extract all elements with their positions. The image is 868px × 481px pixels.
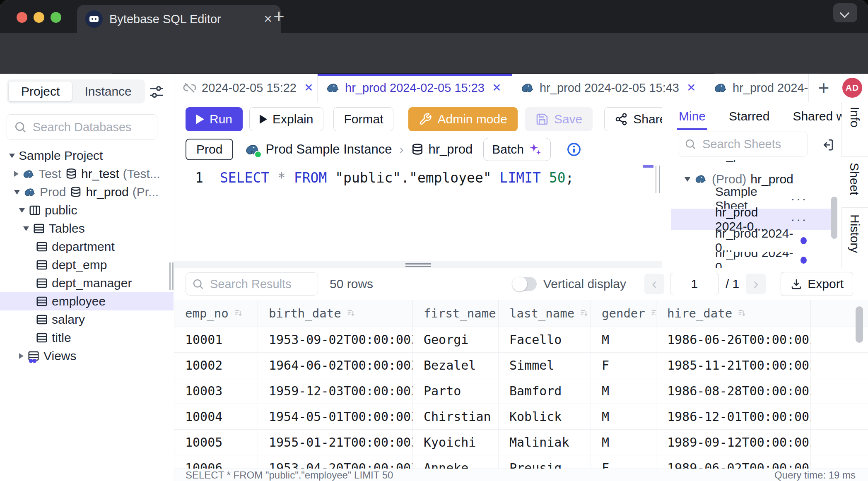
- sql-token: LIMIT: [500, 170, 541, 186]
- right-panel-resize-handle[interactable]: [656, 166, 660, 193]
- prev-page-button[interactable]: ‹: [644, 274, 664, 294]
- table-row[interactable]: 100061953-04-20T00:00:00ZAnnekePreusigF1…: [174, 455, 868, 469]
- caret-down-icon[interactable]: [19, 208, 25, 213]
- avatar[interactable]: AD: [842, 78, 862, 98]
- sheet-menu-icon[interactable]: ···: [791, 191, 808, 207]
- close-tab-icon[interactable]: ✕: [687, 81, 696, 94]
- tab-mine[interactable]: Mine: [679, 109, 706, 123]
- tree-item-project[interactable]: Sample Project: [0, 147, 174, 165]
- minimize-window-button[interactable]: [34, 12, 44, 23]
- format-button[interactable]: Format: [333, 107, 393, 131]
- save-button[interactable]: Save: [525, 107, 593, 131]
- sidebar-table-employee[interactable]: employee: [0, 292, 174, 310]
- results-scrollbar[interactable]: [856, 306, 863, 343]
- sidebar-table-title[interactable]: title: [0, 329, 174, 347]
- column-header-last_name[interactable]: last_name: [499, 300, 591, 327]
- project-label: Sample Project: [19, 149, 103, 163]
- ruler-mark: [643, 165, 653, 168]
- tree-item-db-test[interactable]: Test hr_test (Test...: [0, 165, 174, 183]
- sidebar-table-dept_manager[interactable]: dept_manager: [0, 274, 174, 292]
- sql-editor[interactable]: 1 SELECT * FROM "public"."employee" LIMI…: [174, 162, 662, 261]
- caret-right-icon[interactable]: [14, 171, 19, 177]
- admin-mode-button[interactable]: Admin mode: [408, 107, 517, 131]
- close-tab-icon[interactable]: ✕: [492, 81, 502, 94]
- results-divider[interactable]: [174, 261, 662, 268]
- caret-down-icon[interactable]: [9, 154, 15, 158]
- table-row[interactable]: 100011953-09-02T00:00:00ZGeorgiFacelloM1…: [174, 327, 868, 353]
- sheet-menu-icon[interactable]: ···: [791, 212, 808, 227]
- sheet-search-input[interactable]: [702, 137, 802, 152]
- new-browser-tab-button[interactable]: +: [273, 7, 285, 26]
- table-row[interactable]: 100031959-12-03T00:00:00ZPartoBamfordM19…: [174, 378, 868, 404]
- filter-settings-icon[interactable]: [148, 84, 165, 100]
- caret-down-icon[interactable]: [23, 226, 29, 231]
- sidebar-resize-handle[interactable]: [169, 262, 174, 290]
- rail-tab-history[interactable]: History: [848, 214, 862, 253]
- share-icon: [615, 113, 628, 126]
- sheet-item-3[interactable]: hr_prod 2024-0...: [671, 252, 832, 268]
- vertical-display-toggle[interactable]: [513, 277, 537, 291]
- status-online-dot: [254, 151, 262, 158]
- instance-name[interactable]: Prod Sample Instance: [265, 142, 392, 157]
- sheet-item-label: hr_prod 2024-0...: [715, 226, 800, 255]
- tree-item-db-prod[interactable]: Prod hr_prod (Pr...: [0, 183, 174, 201]
- column-header-birth_date[interactable]: birth_date: [258, 300, 413, 327]
- worksheet-tab-1[interactable]: hr_prod 2024-02-05 15:23✕: [318, 74, 512, 102]
- results-search[interactable]: [186, 272, 318, 296]
- browser-tab[interactable]: Bytebase SQL Editor ✕: [77, 5, 281, 33]
- batch-mode-chip[interactable]: Batch: [483, 138, 551, 161]
- sort-icon[interactable]: [233, 308, 244, 319]
- sidebar-table-salary[interactable]: salary: [0, 310, 174, 329]
- clipped-sheet-item[interactable]: hr_prod 2024-0...: [715, 160, 825, 165]
- worksheet-tab-3[interactable]: hr_prod 2024-0: [705, 74, 809, 102]
- sidebar-table-department[interactable]: department: [0, 238, 174, 256]
- worksheet-tab-2[interactable]: hr_prod 2024-02-05 15:43✕: [512, 74, 705, 102]
- sheets-scrollbar[interactable]: [831, 197, 837, 239]
- sort-icon[interactable]: [579, 308, 590, 319]
- column-header-first_name[interactable]: first_name: [413, 300, 499, 327]
- maximize-window-button[interactable]: [51, 12, 61, 23]
- tab-instance[interactable]: Instance: [72, 82, 144, 101]
- tree-item-views[interactable]: Views: [0, 347, 174, 365]
- tree-item-schema-public[interactable]: public: [0, 201, 174, 219]
- caret-down-icon[interactable]: [14, 190, 20, 195]
- column-header-gender[interactable]: gender: [591, 300, 656, 327]
- sheet-search[interactable]: [678, 132, 808, 156]
- tab-search-chevron-button[interactable]: [833, 3, 857, 22]
- sort-icon[interactable]: [736, 308, 747, 319]
- environment-chip[interactable]: Prod: [186, 139, 233, 160]
- next-page-button[interactable]: ›: [746, 274, 766, 294]
- rail-tab-info[interactable]: Info: [848, 107, 862, 127]
- table-row[interactable]: 100021964-06-02T00:00:00ZBezalelSimmelF1…: [174, 353, 868, 378]
- close-window-button[interactable]: [17, 12, 27, 23]
- table-row[interactable]: 100051955-01-21T00:00:00ZKyoichiMaliniak…: [174, 430, 868, 455]
- database-search-input[interactable]: [32, 120, 150, 135]
- caret-down-icon[interactable]: [685, 177, 690, 182]
- tab-project[interactable]: Project: [9, 82, 72, 101]
- column-header-hire_date[interactable]: hire_date: [656, 300, 811, 327]
- run-button[interactable]: Run: [186, 107, 243, 131]
- column-header-emp_no[interactable]: emp_no: [174, 300, 258, 327]
- close-tab-icon[interactable]: ✕: [304, 81, 313, 94]
- worksheet-tab-0[interactable]: 2024-02-05 15:22✕: [174, 74, 318, 102]
- database-name[interactable]: hr_prod: [428, 142, 473, 157]
- sheet-item-2[interactable]: hr_prod 2024-0...: [671, 231, 832, 250]
- sort-icon[interactable]: [649, 308, 656, 319]
- results-search-input[interactable]: [209, 277, 312, 291]
- rail-tab-sheet[interactable]: Sheet: [841, 156, 868, 208]
- info-icon[interactable]: [567, 142, 581, 157]
- explain-button[interactable]: Explain: [249, 107, 323, 131]
- sidebar-table-dept_emp[interactable]: dept_emp: [0, 256, 174, 274]
- new-worksheet-button[interactable]: +: [809, 74, 839, 102]
- database-search[interactable]: [7, 114, 157, 140]
- table-row[interactable]: 100041954-05-01T00:00:00ZChirstianKoblic…: [174, 404, 868, 430]
- caret-right-icon[interactable]: [19, 353, 24, 359]
- close-browser-tab-icon[interactable]: ✕: [263, 13, 272, 26]
- tree-item-tables[interactable]: Tables: [0, 219, 174, 238]
- export-button[interactable]: Export: [781, 272, 853, 296]
- page-input[interactable]: [670, 273, 719, 295]
- tab-starred[interactable]: Starred: [729, 109, 769, 123]
- tab-shared[interactable]: Shared w: [793, 109, 841, 123]
- collapse-panel-icon[interactable]: [820, 137, 835, 152]
- sort-icon[interactable]: [345, 308, 357, 319]
